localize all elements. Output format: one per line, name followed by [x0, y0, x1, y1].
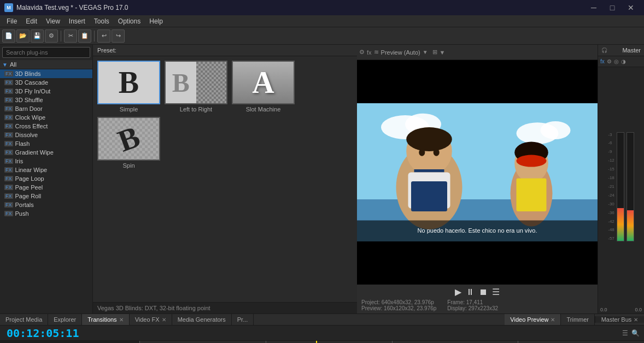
grid-icon[interactable]: ⊞ [432, 49, 437, 56]
plugin-fx-label: FX [4, 106, 13, 111]
plugin-name: Page Loop [15, 175, 44, 182]
new-button[interactable]: 📄 [2, 29, 15, 43]
copy-button[interactable]: 📋 [78, 29, 91, 43]
plugin-item-3d-shuffle[interactable]: FX3D Shuffle [0, 96, 92, 104]
timeline-zoom-icon[interactable]: 🔍 [631, 329, 640, 337]
plugin-item-gradient-wipe[interactable]: FXGradient Wipe [0, 148, 92, 157]
master-comp-icon[interactable]: ◑ [621, 58, 626, 64]
plugin-item-3d-fly-in/out[interactable]: FX3D Fly In/Out [0, 87, 92, 96]
timeline-ruler[interactable]: 00:00:00:0000:04:59:1700:09:59:1000:14:5… [139, 341, 644, 343]
open-button[interactable]: 📂 [16, 29, 30, 43]
play-button[interactable]: ▶ [455, 287, 461, 297]
master-db-labels: 0.0 0.0 [598, 306, 644, 314]
expand-icon[interactable]: ▼ [2, 62, 8, 68]
menu-item-file[interactable]: File [2, 16, 21, 26]
tab-media-generators[interactable]: Media Generators [172, 314, 232, 325]
main-area: ▼ All FX3D BlindsFX3D CascadeFX3D Fly In… [0, 45, 644, 314]
menu-item-options[interactable]: Options [114, 16, 145, 26]
timeline-menu-icon[interactable]: ☰ [622, 329, 628, 337]
tab-transitions[interactable]: Transitions ✕ [82, 314, 129, 325]
playhead[interactable] [316, 341, 317, 343]
tab-label: Media Generators [178, 316, 226, 323]
menu-item-help[interactable]: Help [145, 16, 167, 26]
settings-icon[interactable]: ⚙ [359, 49, 365, 56]
plugin-item-page-peel[interactable]: FXPage Peel [0, 183, 92, 192]
vu-9db: -12 [608, 158, 614, 163]
plugin-name: Iris [15, 158, 24, 164]
tab-pr[interactable]: Pr... [232, 314, 254, 325]
timeline: 00:12:05:11 ☰ 🔍 00:00:00:0000:04:59:1700… [0, 326, 644, 343]
plugin-item-linear-wipe[interactable]: FXLinear Wipe [0, 165, 92, 174]
menu-item-edit[interactable]: Edit [21, 16, 42, 26]
preset-item-slot[interactable]: A Slot Machine [232, 61, 295, 113]
master-settings-icon[interactable]: ⚙ [607, 58, 612, 64]
menu-item-insert[interactable]: Insert [65, 16, 90, 26]
plugin-item-push[interactable]: FXPush [0, 209, 92, 218]
tab-trimmer[interactable]: Trimmer [561, 314, 595, 325]
save-button[interactable]: 💾 [31, 29, 44, 43]
plugin-item-flash[interactable]: FXFlash [0, 139, 92, 148]
plugin-item-3d-cascade[interactable]: FX3D Cascade [0, 78, 92, 87]
preset-label-spin: Spin [122, 162, 134, 169]
preview-mode-label[interactable]: Preview (Auto) [381, 49, 420, 56]
waveform-icon[interactable]: ≋ [374, 49, 379, 56]
preset-item-ltr[interactable]: B Left to Right [165, 61, 227, 113]
plugin-item-portals[interactable]: FXPortals [0, 200, 92, 209]
tab-close-master[interactable]: ✕ [634, 317, 638, 323]
preview-more-icon[interactable]: ▼ [440, 49, 446, 56]
plugin-fx-label: FX [4, 150, 13, 155]
right-panel: ⚙ fx ≋ Preview (Auto) ▼ ⊞ ▼ [357, 45, 598, 314]
tab-explorer[interactable]: Explorer [48, 314, 82, 325]
redo-button[interactable]: ↪ [112, 29, 125, 43]
minimize-button[interactable]: ─ [585, 0, 602, 15]
preview-dropdown-icon[interactable]: ▼ [423, 49, 428, 55]
vu-6db: -9 [608, 149, 614, 154]
fx-icon[interactable]: fx [367, 49, 372, 56]
tab-video-fx[interactable]: Video FX ✕ [130, 314, 172, 325]
plugin-item-clock-wipe[interactable]: FXClock Wipe [0, 113, 92, 122]
preset-item-spin[interactable]: B Spin [97, 117, 160, 169]
maximize-button[interactable]: □ [604, 0, 621, 15]
timecode-display: 00:12:05:11 [0, 327, 85, 340]
tab-close-video-preview[interactable]: ✕ [551, 317, 555, 323]
settings-button[interactable]: ⚙ [45, 29, 58, 43]
master-panel: 🎧 Master fx ⚙ ◎ ◑ -3 -6 -9 -12 -15 -18 -… [598, 45, 644, 314]
vu-meter-right [627, 132, 634, 241]
plugin-item-cross-effect[interactable]: FXCross Effect [0, 122, 92, 131]
preview-toolbar: ⚙ fx ≋ Preview (Auto) ▼ ⊞ ▼ [357, 45, 598, 60]
menu-item-view[interactable]: View [42, 16, 65, 26]
vu-scale: -3 -6 -9 -12 -15 -18 -21 -24 -30 -36 -42… [608, 132, 614, 241]
preset-item-simple[interactable]: B Simple [97, 61, 160, 113]
preset-header: Preset: [93, 45, 357, 56]
center-panel: Preset: B Simple B Left to Right [93, 45, 357, 314]
tab-close-video-fx[interactable]: ✕ [162, 317, 166, 323]
vu-fill-right [627, 210, 634, 240]
menu-button[interactable]: ☰ [492, 287, 500, 297]
plugin-fx-label: FX [4, 185, 13, 190]
plugin-item-page-loop[interactable]: FXPage Loop [0, 174, 92, 183]
plugin-item-barn-door[interactable]: FXBarn Door [0, 104, 92, 113]
tab-project-media[interactable]: Project Media [0, 314, 48, 325]
titlebar-controls[interactable]: ─ □ ✕ [585, 0, 640, 15]
plugin-item-page-roll[interactable]: FXPage Roll [0, 192, 92, 200]
master-bus-tab[interactable]: Master Bus ✕ [595, 316, 644, 323]
plugin-item-iris[interactable]: FXIris [0, 157, 92, 165]
preset-label-slot: Slot Machine [246, 106, 281, 113]
tab-video-preview[interactable]: Video Preview ✕ [505, 314, 561, 325]
master-fx-bar: fx ⚙ ◎ ◑ [598, 56, 644, 67]
pause-button[interactable]: ⏸ [466, 287, 475, 297]
tab-close-transitions[interactable]: ✕ [119, 317, 124, 323]
master-eq-icon[interactable]: ◎ [614, 58, 619, 64]
plugin-name: Portals [15, 202, 34, 208]
undo-button[interactable]: ↩ [97, 29, 110, 43]
master-fx-icon[interactable]: fx [600, 58, 605, 64]
preset-grid: B Simple B Left to Right A Slot Ma [93, 56, 357, 302]
plugin-item-3d-blinds[interactable]: FX3D Blinds [0, 69, 92, 78]
cut-button[interactable]: ✂ [64, 29, 77, 43]
menu-item-tools[interactable]: Tools [90, 16, 114, 26]
plugin-item-dissolve[interactable]: FXDissolve [0, 131, 92, 139]
stop-button[interactable]: ⏹ [479, 287, 488, 297]
search-input[interactable] [2, 47, 90, 58]
close-button[interactable]: ✕ [622, 0, 640, 15]
tab-label: Transitions [87, 316, 116, 323]
